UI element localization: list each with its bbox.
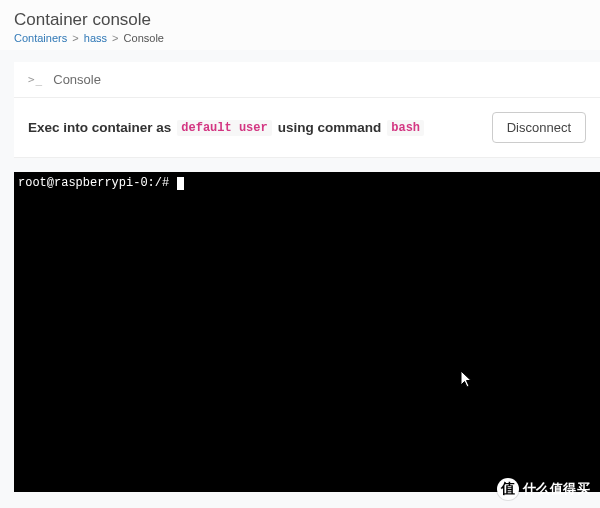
exec-user: default user (177, 120, 271, 136)
breadcrumb-containers[interactable]: Containers (14, 32, 67, 44)
terminal-prompt: root@raspberrypi-0:/# (18, 176, 169, 190)
page-title: Container console (14, 10, 586, 30)
terminal-container[interactable]: root@raspberrypi-0:/# (14, 172, 600, 492)
breadcrumb-sep: > (112, 32, 118, 44)
breadcrumb-hass[interactable]: hass (84, 32, 107, 44)
exec-bar: Exec into container as default user usin… (14, 98, 600, 158)
breadcrumb-sep: > (72, 32, 78, 44)
exec-middle: using command (278, 120, 382, 135)
disconnect-button[interactable]: Disconnect (492, 112, 586, 143)
breadcrumb: Containers > hass > Console (14, 32, 586, 44)
page-header: Container console Containers > hass > Co… (0, 0, 600, 50)
terminal-output: root@raspberrypi-0:/# (18, 176, 596, 192)
exec-command: bash (387, 120, 424, 136)
console-panel: >_ Console Exec into container as defaul… (14, 62, 600, 158)
breadcrumb-current: Console (124, 32, 164, 44)
panel-header-label: Console (53, 72, 101, 87)
panel-header: >_ Console (14, 62, 600, 98)
terminal-cursor (177, 177, 184, 190)
exec-prefix: Exec into container as (28, 120, 171, 135)
terminal-icon: >_ (28, 73, 43, 86)
